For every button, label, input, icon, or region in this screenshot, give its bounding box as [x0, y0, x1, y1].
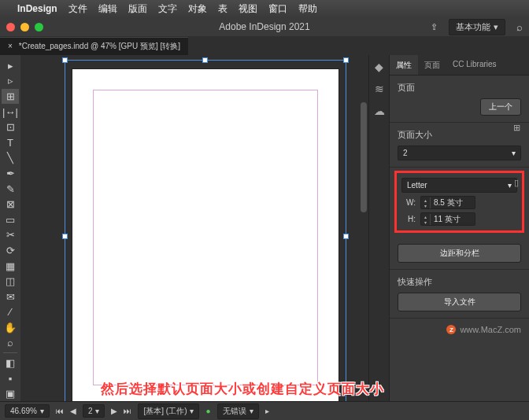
maximize-button[interactable] [35, 23, 43, 31]
page-tool[interactable]: ⊞ [2, 89, 19, 104]
scissors-tool[interactable]: ✂ [2, 228, 19, 243]
share-icon[interactable]: ⇪ [431, 22, 438, 32]
handle-n[interactable] [202, 57, 208, 63]
properties-panel: 属性 页面 CC Libraries 页面 上一个 页面大小 ⊞ 2▾ ▯ ▭ … [389, 55, 529, 401]
canvas[interactable] [20, 55, 368, 401]
window-title: Adobe InDesign 2021 [219, 21, 309, 32]
color-tool[interactable]: ▪ [2, 371, 19, 386]
workspace-status[interactable]: [基本] (工作)▾ [138, 403, 199, 419]
app-name[interactable]: InDesign [17, 3, 57, 14]
pencil-tool[interactable]: ✎ [2, 182, 19, 197]
document-tab[interactable]: × *Create_pages.indd @ 47% [GPU 预览] [转换] [0, 37, 188, 55]
menu-view[interactable]: 视图 [239, 2, 257, 16]
nav-first-icon[interactable]: ⏮ [56, 407, 64, 415]
vertical-scrollbar[interactable] [361, 102, 367, 212]
handle-w[interactable] [62, 234, 68, 239]
mac-menubar: InDesign 文件 编辑 版面 文字 对象 表 视图 窗口 帮助 [0, 0, 529, 17]
nav-last-icon[interactable]: ⏭ [124, 407, 131, 415]
portrait-icon[interactable]: ▯ [514, 178, 525, 189]
zoom-tool[interactable]: ⌕ [2, 336, 19, 351]
line-tool[interactable]: ╲ [2, 151, 19, 166]
menu-file[interactable]: 文件 [68, 2, 87, 16]
page-preset-select[interactable]: Letter▾ [401, 178, 517, 193]
separator [3, 352, 17, 353]
rectangle-tool[interactable]: ▭ [2, 212, 19, 227]
chevron-down-icon: ▾ [508, 181, 512, 190]
watermark: Z www.MacZ.com [390, 319, 529, 341]
quick-actions-label: 快速操作 [398, 276, 521, 288]
fill-stroke-tool[interactable]: ◧ [2, 356, 19, 370]
menu-type[interactable]: 文字 [158, 2, 177, 16]
layers-icon[interactable]: ≋ [372, 82, 387, 96]
zoom-select[interactable]: 46.69%▾ [5, 404, 50, 418]
tab-pages[interactable]: 页面 [418, 55, 446, 75]
cc-icon[interactable]: ☁ [372, 104, 387, 118]
handle-ne[interactable] [343, 57, 349, 63]
menu-table[interactable]: 表 [218, 2, 228, 16]
handle-e[interactable] [343, 234, 349, 239]
menu-object[interactable]: 对象 [188, 2, 207, 16]
document-tabs: × *Create_pages.indd @ 47% [GPU 预览] [转换] [0, 36, 529, 55]
selection-tool[interactable]: ▸ [2, 58, 19, 73]
workspace-dropdown[interactable]: 基本功能▾ [449, 19, 505, 35]
hand-tool[interactable]: ✋ [2, 320, 19, 335]
margins-columns-button[interactable]: 边距和分栏 [398, 244, 521, 263]
handle-nw[interactable] [62, 57, 68, 63]
type-tool[interactable]: T [2, 135, 19, 150]
view-mode-tool[interactable]: ▣ [2, 386, 19, 401]
close-icon[interactable]: × [8, 42, 13, 50]
menu-edit[interactable]: 编辑 [98, 2, 117, 16]
nav-next-icon[interactable]: ▶ [111, 407, 117, 415]
tutorial-caption: 然后选择默认页面大小或创建自定义页面大小 [101, 380, 384, 398]
previous-button[interactable]: 上一个 [480, 98, 521, 116]
menu-window[interactable]: 窗口 [268, 2, 287, 16]
gap-tool[interactable]: |↔| [2, 105, 19, 120]
pen-tool[interactable]: ✒ [2, 166, 19, 181]
content-tool[interactable]: ⊡ [2, 120, 19, 134]
rectangle-frame-tool[interactable]: ⊠ [2, 197, 19, 212]
chevron-down-icon: ▾ [494, 22, 498, 32]
gradient-tool[interactable]: ▦ [2, 259, 19, 274]
menu-help[interactable]: 帮助 [298, 2, 317, 16]
page-nav-select[interactable]: 2▾ [83, 404, 105, 418]
note-tool[interactable]: ✉ [2, 289, 19, 304]
direct-selection-tool[interactable]: ▹ [2, 74, 19, 89]
grid-icon[interactable]: ⊞ [513, 123, 524, 134]
section-size-label: 页面大小 [398, 129, 521, 141]
eyedropper-tool[interactable]: ⁄ [2, 305, 19, 320]
chevron-down-icon: ▾ [512, 149, 516, 157]
minimize-button[interactable] [20, 23, 29, 31]
page[interactable] [72, 69, 338, 401]
status-bar: 46.69%▾ ⏮ ◀ 2▾ ▶ ⏭ [基本] (工作)▾ ● 无错误▾ ▸ [0, 401, 529, 420]
watermark-icon: Z [446, 325, 456, 334]
error-status[interactable]: 无错误▾ [217, 403, 259, 419]
width-label: W: [401, 198, 416, 207]
search-icon[interactable]: ⌕ [516, 21, 523, 33]
tab-cc-libraries[interactable]: CC Libraries [446, 55, 503, 75]
collapsed-panels: ◆ ≋ ☁ [368, 55, 389, 401]
toolbox: ▸ ▹ ⊞ |↔| ⊡ T ╲ ✒ ✎ ⊠ ▭ ✂ ⟳ ▦ ◫ ✉ ⁄ ✋ ⌕ … [0, 55, 20, 401]
section-page-label: 页面 [398, 82, 521, 94]
import-file-button[interactable]: 导入文件 [398, 293, 521, 311]
width-input[interactable]: ▴▾ [420, 196, 475, 209]
close-button[interactable] [6, 23, 15, 31]
page-count-select[interactable]: 2▾ [398, 146, 521, 160]
nav-prev-icon[interactable]: ◀ [70, 407, 76, 415]
height-label: H: [401, 215, 416, 223]
properties-icon[interactable]: ◆ [372, 60, 387, 74]
tab-properties[interactable]: 属性 [390, 55, 418, 75]
menu-layout[interactable]: 版面 [128, 2, 147, 16]
highlight-box: ▯ ▭ Letter▾ W: ▴▾ H: ▴▾ [394, 171, 524, 233]
gradient-feather-tool[interactable]: ◫ [2, 274, 19, 289]
expand-icon[interactable]: ▸ [265, 407, 269, 415]
window-titlebar: Adobe InDesign 2021 ⇪ 基本功能▾ ⌕ [0, 17, 529, 36]
transform-tool[interactable]: ⟳ [2, 243, 19, 258]
height-input[interactable]: ▴▾ [420, 212, 475, 226]
margin-guides [93, 90, 318, 385]
